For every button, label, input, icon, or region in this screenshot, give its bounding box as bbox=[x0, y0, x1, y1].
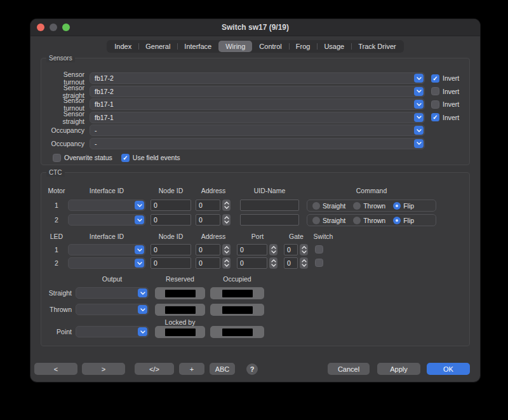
motor-uid-name-field-1[interactable] bbox=[240, 200, 299, 211]
abc-button[interactable]: ABC bbox=[210, 363, 235, 375]
sensor-straight-row-1: Sensor straight fb17-2 ✓ Invert bbox=[41, 86, 469, 97]
straight-reserved-color-button[interactable] bbox=[155, 287, 205, 299]
led-node-id-field-1[interactable] bbox=[150, 244, 191, 255]
sensor-straight-combo-2[interactable]: fb17-1 bbox=[90, 112, 425, 123]
motor-address-field-1[interactable] bbox=[196, 200, 220, 211]
radio-straight[interactable]: Straight bbox=[312, 202, 345, 210]
radio-thrown[interactable]: Thrown bbox=[353, 202, 385, 210]
point-lockedby-color-button[interactable] bbox=[155, 326, 205, 338]
code-button[interactable]: </> bbox=[135, 363, 174, 375]
led-interface-combo-1[interactable] bbox=[68, 244, 145, 255]
radio-straight[interactable]: Straight bbox=[312, 217, 345, 224]
led-address-field-1[interactable] bbox=[196, 244, 220, 255]
prev-button[interactable]: < bbox=[34, 363, 77, 375]
add-button[interactable]: + bbox=[179, 363, 204, 375]
invert-checkbox[interactable]: ✓ bbox=[431, 74, 439, 83]
address-header: Address bbox=[196, 187, 231, 195]
chevron-down-icon bbox=[135, 245, 144, 254]
title-bar: Switch sw17 (9/19) bbox=[30, 19, 480, 36]
tab-track-driver[interactable]: Track Driver bbox=[351, 41, 403, 52]
thrown-row-label: Thrown bbox=[44, 306, 72, 314]
led-interface-combo-2[interactable] bbox=[68, 257, 145, 269]
led-address-field-2[interactable] bbox=[196, 257, 220, 269]
led-switch-checkbox-2[interactable]: ✓ bbox=[315, 259, 323, 267]
use-field-events-checkbox[interactable]: ✓ bbox=[121, 154, 130, 162]
motor-address-stepper-2[interactable] bbox=[222, 214, 231, 226]
chevron-down-icon bbox=[414, 87, 424, 96]
motor-address-stepper-1[interactable] bbox=[222, 200, 231, 211]
straight-occupied-color-button[interactable] bbox=[210, 287, 264, 299]
sensor-turnout-row-1: Sensor turnout fb17-2 ✓ Invert bbox=[41, 72, 469, 84]
invert-checkbox[interactable]: ✓ bbox=[431, 87, 439, 95]
tab-control[interactable]: Control bbox=[252, 41, 288, 52]
sensor-options-row: ✓ Overwrite status ✓ Use field events bbox=[46, 152, 469, 163]
led-port-field-2[interactable] bbox=[237, 257, 267, 269]
tab-interface[interactable]: Interface bbox=[177, 41, 218, 52]
led-gate-stepper-2[interactable] bbox=[300, 257, 308, 269]
radio-flip[interactable]: Flip bbox=[393, 202, 414, 210]
led-port-stepper-2[interactable] bbox=[269, 257, 277, 269]
led-port-field-1[interactable] bbox=[237, 244, 267, 255]
tab-general[interactable]: General bbox=[138, 41, 177, 52]
motor-node-id-field-1[interactable] bbox=[150, 200, 191, 211]
tab-usage[interactable]: Usage bbox=[317, 41, 351, 52]
thrown-output-combo[interactable] bbox=[76, 304, 149, 315]
ctc-groupbox: CTC Motor Interface ID Node ID Address U… bbox=[41, 172, 470, 346]
sensor-turnout-combo-2[interactable]: fb17-1 bbox=[90, 98, 425, 110]
occupancy-combo-1[interactable]: - bbox=[90, 125, 425, 136]
invert-label: Invert bbox=[443, 114, 459, 121]
zoom-button[interactable] bbox=[62, 24, 70, 31]
motor-uid-name-field-2[interactable] bbox=[240, 214, 299, 226]
combo-value: - bbox=[90, 126, 97, 134]
ctc-box-label: CTC bbox=[46, 168, 65, 177]
led-gate-stepper-1[interactable] bbox=[300, 244, 308, 255]
color-swatch bbox=[165, 329, 196, 336]
motor-node-id-field-2[interactable] bbox=[150, 214, 191, 226]
radio-icon bbox=[312, 202, 320, 210]
occupancy-combo-2[interactable]: - bbox=[90, 138, 425, 149]
point-occupied-color-button[interactable] bbox=[210, 326, 264, 338]
help-button[interactable]: ? bbox=[246, 363, 258, 375]
led-node-id-header: Node ID bbox=[150, 233, 191, 241]
close-button[interactable] bbox=[37, 24, 44, 31]
uid-name-header: UID-Name bbox=[240, 187, 299, 195]
led-address-stepper-2[interactable] bbox=[222, 257, 231, 269]
invert-checkbox[interactable]: ✓ bbox=[431, 100, 439, 109]
minimize-button[interactable] bbox=[50, 24, 57, 31]
led-gate-field-1[interactable] bbox=[284, 244, 298, 255]
apply-button[interactable]: Apply bbox=[377, 363, 420, 375]
output-header: Output bbox=[76, 275, 149, 283]
sensor-turnout-combo-1[interactable]: fb17-2 bbox=[90, 72, 425, 84]
led-port-stepper-1[interactable] bbox=[269, 244, 277, 255]
radio-flip[interactable]: Flip bbox=[393, 217, 414, 224]
sensor-straight-combo-1[interactable]: fb17-2 bbox=[90, 86, 425, 97]
led-switch-checkbox-1[interactable]: ✓ bbox=[315, 245, 323, 254]
chevron-down-icon bbox=[414, 139, 424, 148]
overwrite-status-checkbox[interactable]: ✓ bbox=[53, 154, 61, 162]
invert-checkbox[interactable]: ✓ bbox=[431, 113, 439, 121]
motor-command-group-2: Straight Thrown Flip bbox=[307, 214, 436, 226]
command-header: Command bbox=[307, 187, 436, 195]
chevron-down-icon bbox=[414, 126, 424, 135]
thrown-reserved-color-button[interactable] bbox=[155, 304, 205, 316]
thrown-occupied-color-button[interactable] bbox=[210, 304, 264, 316]
chevron-down-icon bbox=[135, 259, 144, 268]
led-address-stepper-1[interactable] bbox=[222, 244, 231, 255]
cancel-button[interactable]: Cancel bbox=[328, 363, 370, 375]
motor-interface-combo-2[interactable] bbox=[68, 214, 145, 226]
ok-button[interactable]: OK bbox=[427, 363, 470, 375]
radio-thrown[interactable]: Thrown bbox=[353, 217, 385, 224]
invert-label: Invert bbox=[443, 100, 459, 108]
led-node-id-field-2[interactable] bbox=[150, 257, 191, 269]
next-button[interactable]: > bbox=[82, 363, 125, 375]
point-output-combo[interactable] bbox=[76, 326, 149, 337]
straight-output-combo[interactable] bbox=[76, 287, 149, 299]
led-gate-field-2[interactable] bbox=[284, 257, 298, 269]
color-swatch bbox=[165, 306, 196, 314]
tab-index[interactable]: Index bbox=[107, 41, 138, 52]
motor-address-field-2[interactable] bbox=[196, 214, 220, 226]
motor-command-group-1: Straight Thrown Flip bbox=[307, 200, 436, 212]
tab-frog[interactable]: Frog bbox=[289, 41, 318, 52]
motor-interface-combo-1[interactable] bbox=[68, 200, 145, 211]
tab-wiring[interactable]: Wiring bbox=[218, 41, 252, 52]
